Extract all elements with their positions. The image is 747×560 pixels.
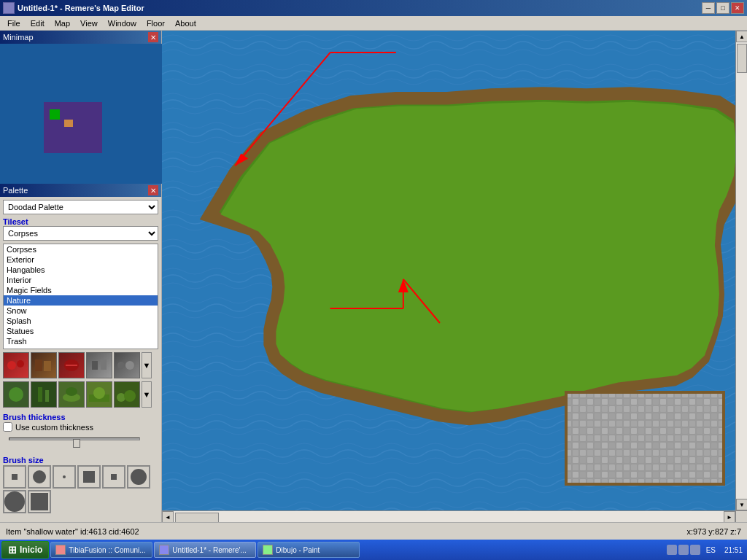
menu-window[interactable]: Window bbox=[104, 18, 141, 29]
scroll-right-button[interactable]: ► bbox=[724, 511, 735, 522]
thumb-4[interactable] bbox=[86, 352, 112, 378]
svg-point-1 bbox=[17, 360, 24, 368]
menu-map[interactable]: Map bbox=[50, 18, 74, 29]
sys-icon-1 bbox=[667, 545, 677, 555]
menu-file[interactable]: File bbox=[3, 18, 25, 29]
start-button[interactable]: ⊞ Inicio bbox=[1, 541, 49, 559]
brush-size-sq-small[interactable] bbox=[3, 465, 26, 489]
scroll-down-button[interactable]: ▼ bbox=[736, 499, 747, 510]
thickness-slider[interactable] bbox=[9, 438, 140, 449]
svg-point-8 bbox=[117, 362, 125, 369]
tileset-item-statues[interactable]: Statues bbox=[4, 326, 158, 336]
brush-size-section: Brush size bbox=[3, 455, 158, 513]
close-button[interactable]: ✕ bbox=[731, 2, 744, 14]
brush-thickness-label: Brush thickness bbox=[3, 412, 158, 422]
thumb-6[interactable] bbox=[3, 381, 29, 408]
thumb-scroll-right[interactable]: ▼ bbox=[142, 381, 152, 408]
tileset-item-corpses[interactable]: Corpses bbox=[4, 244, 158, 254]
brush-thickness-section: Brush thickness Use custom thickness bbox=[3, 411, 158, 452]
tileset-item-underwater[interactable]: Underwater bbox=[4, 346, 158, 349]
thumb-scroll-down[interactable]: ▼ bbox=[142, 352, 152, 378]
main-layout: Minimap ✕ Palette ✕ Doodad Palette bbox=[0, 31, 747, 522]
tileset-select[interactable]: Corpses bbox=[3, 226, 158, 241]
scroll-track-v[interactable] bbox=[736, 42, 747, 499]
system-icons bbox=[667, 545, 700, 555]
tileset-item-interior[interactable]: Interior bbox=[4, 275, 158, 285]
thumb-9[interactable] bbox=[86, 381, 112, 408]
minimize-button[interactable]: ─ bbox=[702, 2, 715, 14]
tileset-item-magicfields[interactable]: Magic Fields bbox=[4, 285, 158, 295]
taskbar-system-tray: ES 21:51 bbox=[667, 545, 746, 555]
status-coords: x:973 y:827 z:7 bbox=[686, 527, 741, 536]
tileset-item-snow[interactable]: Snow bbox=[4, 306, 158, 316]
taskbar-item-remere[interactable]: Untitled-1* - Remere'... bbox=[154, 542, 256, 558]
brush-size-dot[interactable] bbox=[53, 465, 76, 489]
taskbar-language: ES bbox=[703, 546, 719, 554]
scrollbar-horizontal[interactable]: ◄ ► bbox=[162, 510, 735, 522]
brush-size-sq-row2-1[interactable] bbox=[102, 465, 125, 489]
taskbar-item-paint[interactable]: Dibujo - Paint bbox=[258, 542, 360, 558]
scrollbar-vertical[interactable]: ▲ ▼ bbox=[735, 31, 747, 510]
menu-floor[interactable]: Floor bbox=[142, 18, 169, 29]
title-bar: Untitled-1* - Remere's Map Editor ─ □ ✕ bbox=[0, 0, 747, 16]
svg-marker-22 bbox=[220, 102, 737, 412]
palette-type-select[interactable]: Doodad Palette Terrain Palette Item Pale… bbox=[3, 200, 158, 214]
thumb-1[interactable] bbox=[3, 352, 29, 378]
menu-about[interactable]: About bbox=[171, 18, 201, 29]
taskbar-item-tibiafusion[interactable]: TibiaFusion :: Comuni... bbox=[50, 542, 152, 558]
svg-rect-12 bbox=[45, 390, 49, 402]
brush-size-circle-md[interactable] bbox=[127, 465, 150, 489]
tileset-item-trash[interactable]: Trash bbox=[4, 336, 158, 346]
svg-rect-28 bbox=[565, 391, 725, 486]
tileset-item-hangables[interactable]: Hangables bbox=[4, 265, 158, 275]
tileset-item-splash[interactable]: Splash bbox=[4, 316, 158, 326]
tileset-label: Tileset bbox=[3, 217, 158, 226]
menu-view[interactable]: View bbox=[76, 18, 102, 29]
thumb-10[interactable] bbox=[114, 381, 140, 408]
stone-area bbox=[565, 391, 725, 486]
thumb-8[interactable] bbox=[58, 381, 85, 408]
minimap-title: Minimap bbox=[3, 33, 34, 42]
minimap-panel: Minimap ✕ bbox=[0, 31, 161, 184]
tileset-item-exterior[interactable]: Exterior bbox=[4, 254, 158, 265]
thumb-7[interactable] bbox=[31, 381, 57, 408]
scroll-left-button[interactable]: ◄ bbox=[162, 511, 174, 522]
sys-icon-2 bbox=[678, 545, 689, 555]
tileset-item-nature[interactable]: Nature bbox=[4, 295, 158, 306]
tileset-list[interactable]: Corpses Exterior Hangables Interior Magi… bbox=[3, 244, 158, 349]
svg-point-10 bbox=[9, 387, 23, 402]
brush-size-sq-med[interactable] bbox=[77, 465, 101, 489]
custom-thickness-checkbox[interactable] bbox=[3, 422, 12, 432]
scroll-up-button[interactable]: ▲ bbox=[736, 31, 747, 42]
scroll-track-h[interactable] bbox=[174, 511, 724, 522]
svg-rect-6 bbox=[92, 361, 98, 370]
thickness-slider-wrap bbox=[3, 432, 158, 451]
minimap-close-button[interactable]: ✕ bbox=[148, 32, 158, 42]
slider-thumb[interactable] bbox=[73, 439, 80, 448]
custom-thickness-text: Use custom thickness bbox=[15, 423, 93, 432]
window-controls: ─ □ ✕ bbox=[702, 2, 744, 14]
thumb-2[interactable] bbox=[31, 352, 57, 378]
minimap-header: Minimap ✕ bbox=[0, 31, 161, 44]
scroll-thumb-h[interactable] bbox=[175, 513, 219, 522]
palette-body: Doodad Palette Terrain Palette Item Pale… bbox=[0, 197, 161, 522]
thumb-5[interactable] bbox=[114, 352, 140, 378]
palette-header: Palette ✕ bbox=[0, 184, 161, 197]
palette-close-button[interactable]: ✕ bbox=[148, 185, 158, 195]
maximize-button[interactable]: □ bbox=[716, 2, 729, 14]
svg-point-14 bbox=[66, 387, 77, 396]
scroll-thumb-v[interactable] bbox=[737, 44, 747, 73]
brush-size-circle-lg[interactable] bbox=[3, 490, 26, 513]
brush-size-grid bbox=[3, 465, 158, 513]
thumbnails-row2: ▼ bbox=[3, 381, 158, 408]
thumb-3[interactable] bbox=[58, 352, 85, 378]
status-item-info: Item "shallow water" id:4613 cid:4602 bbox=[6, 527, 686, 536]
brush-size-circle-sm[interactable] bbox=[28, 465, 51, 489]
brush-size-sq-lg[interactable] bbox=[28, 490, 51, 513]
palette-panel: Palette ✕ Doodad Palette Terrain Palette… bbox=[0, 184, 161, 522]
start-label: Inicio bbox=[20, 545, 42, 555]
minimap-content bbox=[0, 44, 162, 184]
map-area[interactable]: ▲ ▼ ◄ ► bbox=[162, 31, 747, 522]
menu-edit[interactable]: Edit bbox=[26, 18, 49, 29]
taskbar: ⊞ Inicio TibiaFusion :: Comuni... Untitl… bbox=[0, 540, 747, 560]
